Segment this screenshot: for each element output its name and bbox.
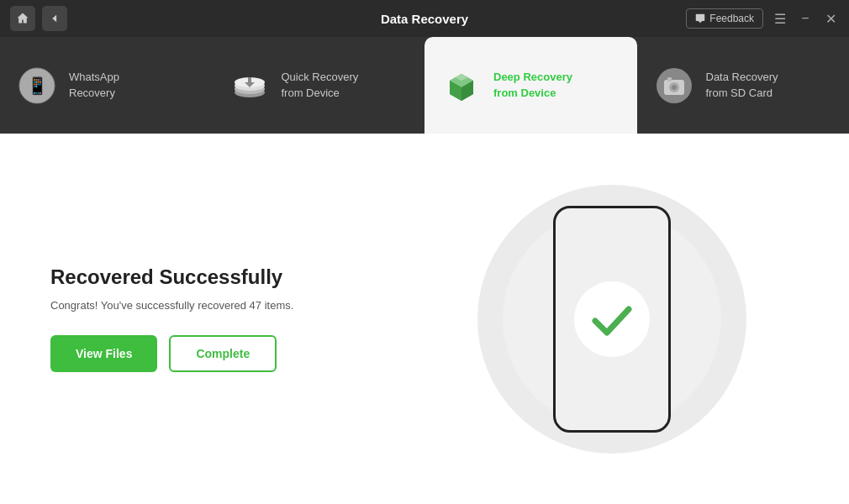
tab-whatsapp[interactable]: 📱 WhatsAppRecovery [0, 37, 213, 134]
phone-illustration [553, 206, 671, 433]
sd-card-icon [654, 66, 694, 106]
tab-sd-card-label: Data Recoveryfrom SD Card [706, 70, 778, 100]
view-files-button[interactable]: View Files [50, 335, 157, 372]
tab-bar: 📱 WhatsAppRecovery Quick Recoveryfrom De… [0, 37, 849, 134]
deep-recovery-icon [441, 66, 482, 106]
checkmark-icon [587, 294, 637, 344]
feedback-label: Feedback [709, 13, 754, 24]
success-subtitle: Congrats! You've successfully recovered … [50, 299, 424, 312]
tab-quick-recovery-label: Quick Recoveryfrom Device [282, 70, 359, 100]
complete-button[interactable]: Complete [169, 335, 277, 372]
title-bar-right: Feedback ☰ − ✕ [686, 8, 839, 29]
svg-text:📱: 📱 [27, 76, 48, 96]
tab-sd-card[interactable]: Data Recoveryfrom SD Card [637, 37, 850, 134]
quick-recovery-icon [229, 66, 270, 106]
app-title: Data Recovery [381, 12, 468, 26]
tab-whatsapp-label: WhatsAppRecovery [69, 70, 119, 100]
svg-rect-18 [667, 77, 672, 81]
title-bar-left [10, 6, 67, 31]
menu-button[interactable]: ☰ [772, 10, 788, 27]
title-bar: Data Recovery Feedback ☰ − ✕ [0, 0, 849, 37]
tab-deep-recovery-label: Deep Recoveryfrom Device [493, 70, 572, 100]
action-buttons: View Files Complete [50, 335, 424, 372]
success-title: Recovered Successfully [50, 265, 424, 289]
close-button[interactable]: ✕ [822, 10, 839, 27]
svg-point-17 [672, 85, 677, 90]
feedback-button[interactable]: Feedback [686, 8, 763, 29]
tab-deep-recovery[interactable]: Deep Recoveryfrom Device [424, 37, 637, 134]
back-button[interactable] [42, 6, 67, 31]
home-button[interactable] [10, 6, 35, 31]
minimize-button[interactable]: − [797, 10, 814, 27]
illustration-panel [424, 206, 799, 433]
whatsapp-icon: 📱 [17, 66, 57, 106]
main-content: Recovered Successfully Congrats! You've … [0, 134, 849, 504]
svg-rect-8 [248, 77, 251, 84]
tab-quick-recovery[interactable]: Quick Recoveryfrom Device [213, 37, 425, 134]
checkmark-circle [574, 281, 650, 357]
success-panel: Recovered Successfully Congrats! You've … [50, 265, 424, 372]
